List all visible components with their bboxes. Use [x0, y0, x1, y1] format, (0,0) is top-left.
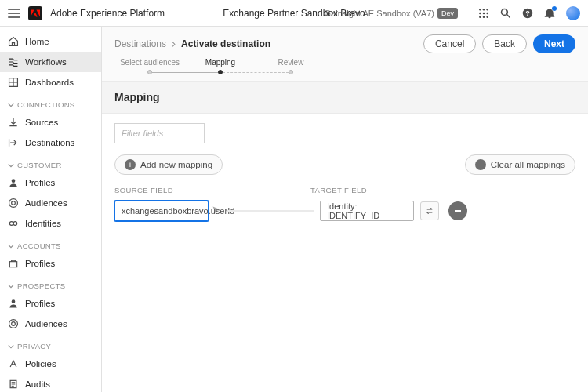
identities-icon: [8, 218, 19, 229]
section-title: Mapping: [102, 81, 588, 114]
search-icon[interactable]: [500, 8, 511, 19]
svg-point-19: [12, 299, 16, 303]
sidebar-item-label: Home: [25, 37, 49, 46]
sidebar-section-connections[interactable]: Connections: [0, 93, 101, 112]
chevron-down-icon: [8, 162, 14, 169]
remove-mapping-button[interactable]: [448, 201, 467, 220]
plus-icon: +: [125, 159, 136, 170]
audiences-icon: [8, 198, 19, 209]
chevron-down-icon: [8, 283, 14, 289]
sidebar: Home Workflows Dashboards Connections So…: [0, 27, 102, 392]
sandbox-title: Exchange Partner Sandbox Bravo: [223, 8, 365, 19]
breadcrumb-destinations[interactable]: Destinations: [114, 38, 166, 49]
sidebar-item-policies[interactable]: Policies: [0, 354, 101, 374]
sidebar-item-workflows[interactable]: Workflows: [0, 52, 101, 72]
policies-icon: [8, 358, 19, 369]
dev-badge: Dev: [437, 8, 458, 19]
svg-point-14: [12, 201, 16, 205]
svg-point-21: [9, 320, 18, 328]
sidebar-item-prospect-profiles[interactable]: Profiles: [0, 293, 101, 314]
svg-point-15: [9, 199, 18, 208]
mapping-row: xchangesandboxbravo.userId Identity: IDE…: [114, 201, 575, 221]
cancel-button[interactable]: Cancel: [423, 34, 476, 53]
chevron-right-icon: [171, 38, 176, 49]
target-field-header: TARGET FIELD: [310, 186, 367, 194]
help-icon[interactable]: ?: [522, 8, 533, 19]
mapping-column-headers: SOURCE FIELD TARGET FIELD: [114, 186, 575, 194]
svg-line-10: [507, 14, 510, 17]
audits-icon: [8, 379, 19, 390]
svg-point-9: [502, 9, 508, 15]
svg-point-7: [483, 16, 485, 17]
menu-icon[interactable]: [8, 7, 20, 20]
sidebar-item-sources[interactable]: Sources: [0, 112, 101, 132]
sidebar-item-label: Workflows: [25, 57, 67, 67]
svg-point-0: [479, 9, 481, 10]
sidebar-section-customer[interactable]: Customer: [0, 153, 101, 172]
sidebar-item-dashboards[interactable]: Dashboards: [0, 72, 101, 93]
page-header: Destinations Activate destination Cancel…: [102, 27, 588, 56]
sidebar-item-label: Dashboards: [25, 78, 74, 87]
dashboards-icon: [8, 77, 19, 88]
filter-fields-input[interactable]: [114, 123, 205, 143]
breadcrumb-activate: Activate destination: [181, 38, 270, 49]
swap-button[interactable]: [420, 201, 439, 220]
chevron-down-icon: [8, 102, 14, 108]
back-button[interactable]: Back: [482, 34, 527, 53]
stepper: Select audiences Mapping Review: [102, 56, 588, 81]
workflows-icon: [8, 56, 19, 67]
sidebar-item-audits[interactable]: Audits: [0, 374, 101, 392]
next-button[interactable]: Next: [533, 34, 575, 53]
step-select-audiences[interactable]: Select audiences: [114, 58, 185, 74]
svg-point-2: [486, 9, 488, 10]
sidebar-section-accounts[interactable]: Accounts: [0, 234, 101, 253]
sidebar-item-profiles[interactable]: Profiles: [0, 172, 101, 193]
target-field-input[interactable]: Identity: IDENTIFY_ID: [320, 201, 414, 221]
destinations-icon: [8, 137, 19, 148]
notifications-icon[interactable]: [544, 8, 555, 19]
cursor-icon: [212, 205, 221, 217]
swap-icon: [425, 206, 434, 216]
main-content: Destinations Activate destination Cancel…: [102, 27, 588, 392]
home-icon: [8, 36, 19, 47]
svg-point-4: [483, 12, 485, 13]
sidebar-item-home[interactable]: Home: [0, 31, 101, 52]
clear-all-mappings-button[interactable]: − Clear all mappings: [465, 154, 575, 175]
svg-point-16: [9, 222, 13, 226]
sidebar-item-prospect-audiences[interactable]: Audiences: [0, 314, 101, 334]
step-mapping[interactable]: Mapping: [185, 58, 256, 74]
svg-point-13: [12, 179, 16, 183]
svg-point-3: [479, 12, 481, 13]
svg-point-8: [486, 16, 488, 17]
mapping-arrow: [227, 210, 314, 212]
breadcrumb: Destinations Activate destination: [114, 38, 270, 49]
svg-text:?: ?: [525, 9, 529, 17]
minus-icon: −: [475, 159, 486, 170]
apps-icon[interactable]: [478, 8, 489, 19]
step-review[interactable]: Review: [256, 58, 326, 74]
svg-point-1: [483, 9, 485, 10]
sidebar-item-destinations[interactable]: Destinations: [0, 132, 101, 153]
app-title: Adobe Experience Platform: [50, 8, 165, 19]
chevron-down-icon: [8, 243, 14, 249]
sidebar-item-identities[interactable]: Identities: [0, 213, 101, 234]
source-field-input[interactable]: xchangesandboxbravo.userId: [114, 201, 209, 221]
profiles-icon: [8, 177, 19, 188]
sidebar-item-account-profiles[interactable]: Profiles: [0, 253, 101, 274]
source-field-header: SOURCE FIELD: [114, 186, 310, 194]
sources-icon: [8, 117, 19, 128]
sidebar-section-privacy[interactable]: Privacy: [0, 334, 101, 354]
prospect-audiences-icon: [8, 318, 19, 329]
sidebar-item-audiences[interactable]: Audiences: [0, 193, 101, 213]
chevron-down-icon: [8, 343, 14, 350]
minus-icon: [455, 210, 461, 212]
account-profiles-icon: [8, 258, 19, 269]
add-new-mapping-button[interactable]: + Add new mapping: [114, 154, 223, 175]
svg-point-17: [13, 222, 17, 226]
svg-rect-18: [9, 262, 16, 267]
svg-point-20: [12, 322, 16, 326]
avatar[interactable]: [566, 6, 580, 20]
svg-point-6: [479, 16, 481, 17]
sidebar-section-prospects[interactable]: Prospects: [0, 274, 101, 293]
topbar: Adobe Experience Platform Exchange Partn…: [0, 0, 588, 27]
